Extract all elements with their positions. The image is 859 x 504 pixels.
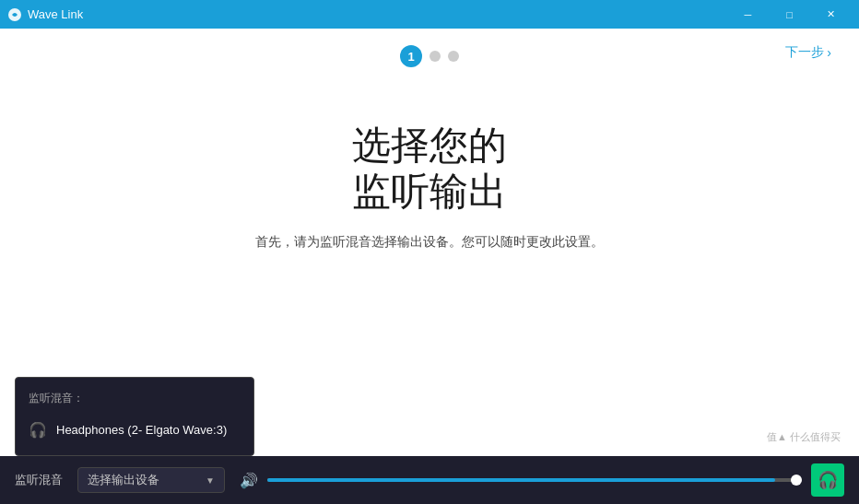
close-button[interactable]: ✕: [810, 0, 852, 29]
device-dropdown-popup: 监听混音： 🎧 Headphones (2- Elgato Wave:3): [15, 377, 254, 456]
volume-icon: 🔊: [240, 472, 258, 489]
next-chevron-icon: ›: [827, 45, 831, 60]
chevron-down-icon: ▼: [206, 475, 215, 486]
hero-title-line2: 监听输出: [352, 169, 507, 215]
main-content: 1 下一步 › 选择您的 监听输出 首先，请为监听混音选择输出设备。您可以随时更…: [0, 29, 859, 504]
title-bar-left: Wave Link: [7, 7, 83, 22]
volume-section: 🔊 🎧: [240, 463, 844, 497]
headphone-icon: 🎧: [29, 421, 47, 439]
maximize-button[interactable]: □: [769, 0, 810, 29]
device-placeholder: 选择输出设备: [88, 472, 159, 488]
volume-fill: [267, 478, 775, 482]
volume-track[interactable]: [267, 478, 802, 482]
step-dot-1[interactable]: 1: [400, 45, 422, 67]
step-dot-2: [430, 51, 441, 62]
dropdown-item-label: Headphones (2- Elgato Wave:3): [56, 423, 227, 437]
step-dot-3: [448, 51, 459, 62]
app-icon: [7, 7, 22, 22]
volume-thumb: [791, 475, 802, 486]
headphone-monitor-button[interactable]: 🎧: [811, 463, 844, 497]
next-button[interactable]: 下一步 ›: [785, 44, 831, 61]
watermark: 值▲ 什么值得买: [767, 430, 841, 444]
monitor-label: 监听混音: [15, 472, 63, 488]
device-selector[interactable]: 选择输出设备 ▼: [77, 467, 225, 493]
app-window: Wave Link ─ □ ✕ 1 下一步 › 选择您的 监听输出 首先，请为监…: [0, 0, 859, 504]
headphone-btn-icon: 🎧: [818, 470, 838, 490]
hero-title-line1: 选择您的: [352, 123, 507, 169]
window-controls: ─ □ ✕: [727, 0, 852, 29]
hero-subtitle: 首先，请为监听混音选择输出设备。您可以随时更改此设置。: [255, 234, 604, 251]
title-bar: Wave Link ─ □ ✕: [0, 0, 859, 29]
app-title: Wave Link: [28, 7, 83, 21]
dropdown-header: 监听混音：: [16, 387, 253, 414]
dropdown-item[interactable]: 🎧 Headphones (2- Elgato Wave:3): [16, 414, 253, 446]
hero-title: 选择您的 监听输出: [352, 123, 507, 216]
minimize-button[interactable]: ─: [727, 0, 769, 29]
step-indicator: 1 下一步 ›: [0, 29, 859, 76]
next-label: 下一步: [785, 44, 824, 61]
bottom-bar: 监听混音 选择输出设备 ▼ 🔊 🎧: [0, 456, 859, 504]
